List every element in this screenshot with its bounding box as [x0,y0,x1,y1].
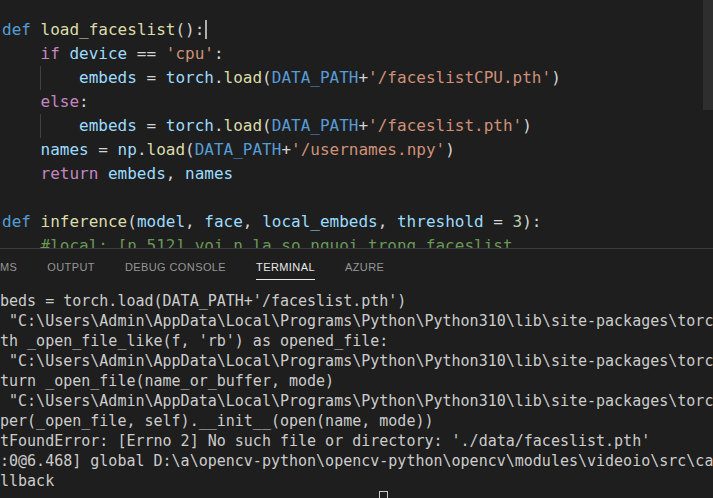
code-token-plain: , [166,164,185,183]
editor-cursor [205,20,207,39]
vscode-window: def load_faceslist(): if device == 'cpu'… [0,0,713,498]
code-lines: def load_faceslist(): if device == 'cpu'… [0,0,713,248]
code-token-var: device [69,44,127,63]
code-token-var: names [185,164,233,183]
code-token-var: face [204,212,243,231]
code-line: if device == 'cpu': [2,42,713,66]
code-token-var: torch [166,116,214,135]
code-token-plain: ( [262,68,272,87]
code-token-var: embeds [79,68,137,87]
terminal-output[interactable]: beds = torch.load(DATA_PATH+'/faceslist.… [0,283,713,498]
code-token-plain: , [185,212,204,231]
terminal-line: per(_open_file, self).__init__(open(name… [0,411,713,431]
code-token-plain: = [484,212,513,231]
code-line: def load_faceslist(): [2,18,713,42]
code-token-var: np [118,140,137,159]
code-token-plain: . [137,140,147,159]
panel-tab-bar: MSOUTPUTDEBUG CONSOLETERMINALAZURE [0,249,713,283]
code-token-plain: ) [445,140,455,159]
panel-tab-output[interactable]: OUTPUT [47,252,95,280]
terminal-line: th _open_file_like(f, 'rb') as opened_fi… [0,331,713,351]
code-token-fn: load [224,68,263,87]
panel-tab-ms[interactable]: MS [0,252,17,280]
code-token-plain: ( [127,212,137,231]
code-token-ctrl: if [41,44,60,63]
code-token-plain: : [214,44,224,63]
code-token-var: threshold [397,212,484,231]
code-token-fn: load_faceslist [41,20,176,39]
code-token-plain: ( [262,116,272,135]
terminal-line [0,491,713,498]
bottom-panel: MSOUTPUTDEBUG CONSOLETERMINALAZURE beds … [0,248,713,498]
code-token-plain [2,92,41,111]
panel-tab-azure[interactable]: AZURE [345,252,384,280]
code-token-plain [98,164,108,183]
indent-guide [40,66,41,90]
code-token-plain [60,44,70,63]
code-token-plain: + [358,68,368,87]
code-token-plain [2,164,41,183]
code-token-plain: + [358,116,368,135]
code-token-var: embeds [108,164,166,183]
code-token-plain: = [137,68,166,87]
code-token-plain [2,140,41,159]
code-token-const: DATA_PATH [272,68,359,87]
code-token-plain: . [214,68,224,87]
code-token-str: '/faceslist.pth' [368,116,522,135]
terminal-cursor [379,491,388,498]
code-token-plain: : [79,92,89,111]
code-token-plain: ) [551,68,561,87]
code-token-ctrl: else [41,92,80,111]
code-token-fn: inference [41,212,128,231]
code-token-str: '/faceslistCPU.pth' [368,68,551,87]
code-token-plain: = [89,140,118,159]
code-token-plain [31,212,41,231]
code-token-str: '/usernames.npy' [291,140,445,159]
code-token-fn: load [224,116,263,135]
code-token-var: names [41,140,89,159]
terminal-line: :0@6.468] global D:\a\opencv-python\open… [0,451,713,471]
code-line [2,186,713,210]
code-token-const: DATA_PATH [195,140,282,159]
code-line: names = np.load(DATA_PATH+'/usernames.np… [2,138,713,162]
terminal-line: "C:\Users\Admin\AppData\Local\Programs\P… [0,391,713,411]
code-token-plain [31,20,41,39]
code-line: #local: [n,512] voi n la so nguoi trong … [2,234,713,248]
code-line: return embeds, names [2,162,713,186]
code-line: embeds = torch.load(DATA_PATH+'/faceslis… [2,66,713,90]
code-token-plain: ) [522,116,532,135]
terminal-line: turn _open_file(name_or_buffer, mode) [0,371,713,391]
indent-guide [40,114,41,138]
code-token-plain: = [137,116,166,135]
panel-tab-debug-console[interactable]: DEBUG CONSOLE [125,252,226,280]
code-editor[interactable]: def load_faceslist(): if device == 'cpu'… [0,0,713,248]
code-token-plain: (): [175,20,204,39]
code-token-comment: #local: [n,512] voi n la so nguoi trong … [2,236,513,248]
code-token-plain [2,44,41,63]
terminal-lines: beds = torch.load(DATA_PATH+'/faceslist.… [0,283,713,498]
panel-tab-terminal[interactable]: TERMINAL [256,252,315,280]
code-token-plain: + [281,140,291,159]
code-token-plain: ): [522,212,541,231]
code-token-ctrl: return [41,164,99,183]
code-token-var: model [137,212,185,231]
code-token-var: local_embeds [262,212,378,231]
code-token-fn: load [147,140,186,159]
code-token-var: torch [166,68,214,87]
terminal-line: beds = torch.load(DATA_PATH+'/faceslist.… [0,291,713,311]
code-token-plain: , [378,212,397,231]
code-token-str: 'cpu' [166,44,214,63]
code-line: embeds = torch.load(DATA_PATH+'/faceslis… [2,114,713,138]
code-line: else: [2,90,713,114]
editor-scrollbar[interactable] [703,0,713,110]
code-token-var: embeds [79,116,137,135]
terminal-line: "C:\Users\Admin\AppData\Local\Programs\P… [0,351,713,371]
code-token-kw: def [2,20,31,39]
code-token-const: DATA_PATH [272,116,359,135]
terminal-line: llback [0,471,713,491]
code-token-plain: , [243,212,262,231]
terminal-line: tFoundError: [Errno 2] No such file or d… [0,431,713,451]
code-line: def inference(model, face, local_embeds,… [2,210,713,234]
code-token-plain: ( [185,140,195,159]
code-token-kw: def [2,212,31,231]
